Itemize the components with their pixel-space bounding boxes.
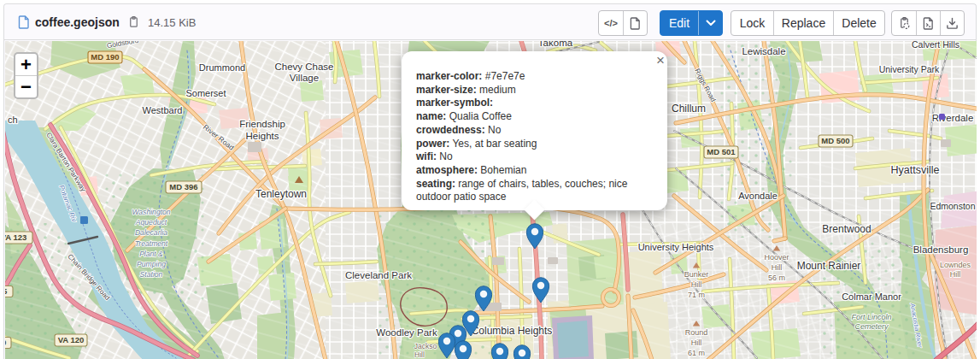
svg-text:VA 120: VA 120 [58, 335, 85, 344]
svg-text:Station: Station [140, 270, 163, 279]
svg-text:Chillum: Chillum [672, 103, 706, 115]
svg-text:Friendship: Friendship [239, 119, 285, 129]
svg-text:61 m: 61 m [688, 349, 705, 357]
svg-text:Somerset: Somerset [185, 88, 226, 98]
svg-text:Hill: Hill [691, 280, 702, 289]
svg-text:Washington: Washington [132, 208, 170, 216]
svg-text:MD 190: MD 190 [91, 52, 119, 62]
svg-text:ch: ch [8, 115, 18, 125]
svg-text:Hill: Hill [691, 338, 702, 347]
svg-text:Hyattsville: Hyattsville [891, 164, 940, 176]
svg-text:University Park: University Park [879, 64, 940, 74]
svg-text:Avondale: Avondale [738, 191, 778, 201]
svg-text:Cemetery: Cemetery [854, 322, 889, 331]
svg-text:Bladensburg: Bladensburg [913, 244, 969, 255]
svg-text:MD 500: MD 500 [821, 136, 849, 145]
svg-text:VA 123: VA 123 [5, 232, 26, 242]
svg-text:Cleveland Park: Cleveland Park [345, 270, 412, 280]
svg-text:Hill: Hill [950, 270, 961, 279]
svg-text:MD 396: MD 396 [169, 182, 197, 191]
svg-text:Riverdale: Riverdale [932, 113, 974, 123]
svg-text:Lewisdale: Lewisdale [742, 46, 785, 56]
svg-text:Drummond: Drummond [199, 62, 245, 73]
svg-text:Columbia Heights: Columbia Heights [472, 325, 553, 337]
svg-text:Chevy Chase: Chevy Chase [274, 62, 333, 72]
svg-text:Mount Rainier: Mount Rainier [797, 260, 861, 272]
svg-text:University Heights: University Heights [638, 242, 714, 252]
svg-text:Plant &: Plant & [139, 250, 163, 258]
svg-text:Westbard: Westbard [143, 105, 183, 115]
svg-text:Hill: Hill [414, 350, 425, 359]
svg-text:Fort Lincoln: Fort Lincoln [851, 313, 891, 321]
svg-text:Edmonston: Edmonston [930, 201, 975, 211]
svg-text:Round: Round [685, 328, 708, 337]
svg-text:MD 501: MD 501 [707, 147, 736, 156]
svg-text:71 m: 71 m [688, 291, 705, 299]
svg-text:Woodley Park: Woodley Park [376, 327, 437, 338]
svg-text:Takoma: Takoma [538, 41, 573, 48]
svg-text:Lowndes: Lowndes [940, 261, 971, 269]
svg-text:Aqueduct: Aqueduct [135, 218, 167, 227]
svg-text:56 m: 56 m [768, 274, 785, 282]
svg-text:Hill: Hill [772, 263, 783, 272]
svg-text:Pumping: Pumping [137, 260, 166, 268]
svg-text:Bunker: Bunker [684, 270, 709, 279]
svg-text:Heights: Heights [246, 131, 279, 141]
svg-text:Calvert Hills: Calvert Hills [912, 41, 959, 50]
svg-text:Tenleytown: Tenleytown [255, 188, 307, 200]
svg-text:Brentwood: Brentwood [822, 223, 871, 235]
svg-text:Dalecarlia: Dalecarlia [135, 228, 167, 237]
svg-text:19: 19 [5, 338, 6, 347]
svg-text:Jackso: Jackso [414, 342, 437, 350]
svg-text:Colmar Manor: Colmar Manor [842, 291, 901, 302]
svg-text:Treatment: Treatment [135, 239, 168, 248]
svg-text:Village: Village [290, 73, 319, 83]
svg-text:Hoover: Hoover [764, 253, 789, 262]
